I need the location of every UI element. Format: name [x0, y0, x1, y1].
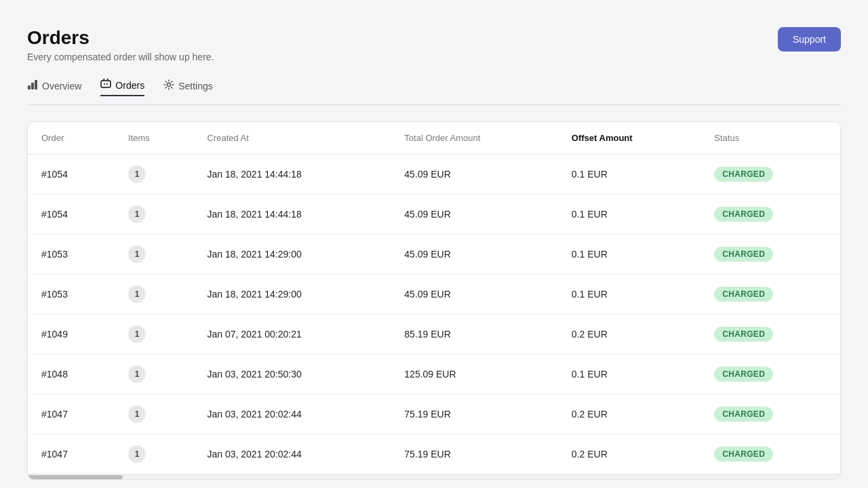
- cell-items-2: 1: [115, 235, 193, 274]
- svg-point-4: [104, 83, 105, 85]
- cell-status-7: CHARGED: [701, 434, 840, 474]
- cell-order-4: #1049: [28, 314, 115, 354]
- cell-total-2: 45.09 EUR: [391, 235, 558, 274]
- cell-offset-7: 0.2 EUR: [558, 434, 701, 474]
- cell-created-7: Jan 03, 2021 20:02:44: [193, 434, 391, 474]
- cell-order-1: #1054: [28, 195, 115, 235]
- cell-offset-1: 0.1 EUR: [558, 195, 701, 235]
- table-row: #1053 1 Jan 18, 2021 14:29:00 45.09 EUR …: [28, 235, 840, 274]
- cell-order-5: #1048: [28, 354, 115, 394]
- svg-point-6: [167, 83, 171, 87]
- cell-offset-5: 0.1 EUR: [558, 354, 701, 394]
- status-badge-2: CHARGED: [714, 247, 773, 262]
- cell-offset-2: 0.1 EUR: [558, 235, 701, 274]
- cell-order-6: #1047: [28, 394, 115, 434]
- nav-label-overview: Overview: [42, 81, 81, 92]
- cell-order-3: #1053: [28, 274, 115, 314]
- cell-offset-6: 0.2 EUR: [558, 394, 701, 434]
- col-header-order: Order: [28, 122, 115, 155]
- table-header-row: Order Items Created At Total Order Amoun…: [28, 122, 840, 155]
- cell-created-1: Jan 18, 2021 14:44:18: [193, 195, 391, 235]
- nav-item-orders[interactable]: Orders: [100, 79, 144, 96]
- cell-total-1: 45.09 EUR: [391, 195, 558, 235]
- status-badge-4: CHARGED: [714, 327, 773, 342]
- col-header-total: Total Order Amount: [391, 122, 558, 155]
- items-badge-4: 1: [128, 325, 146, 343]
- cell-order-2: #1053: [28, 235, 115, 274]
- status-badge-7: CHARGED: [714, 447, 773, 462]
- cell-order-7: #1047: [28, 434, 115, 474]
- cell-total-6: 75.19 EUR: [391, 394, 558, 434]
- cell-items-4: 1: [115, 314, 193, 354]
- items-badge-7: 1: [128, 445, 146, 463]
- status-badge-6: CHARGED: [714, 407, 773, 422]
- orders-icon: [100, 79, 111, 92]
- items-badge-1: 1: [128, 205, 146, 223]
- cell-status-2: CHARGED: [701, 235, 840, 274]
- orders-table: Order Items Created At Total Order Amoun…: [28, 122, 840, 474]
- svg-rect-2: [35, 80, 37, 89]
- cell-created-6: Jan 03, 2021 20:02:44: [193, 394, 391, 434]
- items-badge-6: 1: [128, 405, 146, 423]
- svg-rect-0: [28, 85, 31, 89]
- table-row: #1047 1 Jan 03, 2021 20:02:44 75.19 EUR …: [28, 394, 840, 434]
- cell-total-5: 125.09 EUR: [391, 354, 558, 394]
- nav-item-overview[interactable]: Overview: [27, 79, 81, 96]
- cell-total-7: 75.19 EUR: [391, 434, 558, 474]
- cell-created-0: Jan 18, 2021 14:44:18: [193, 155, 391, 195]
- items-badge-3: 1: [128, 285, 146, 303]
- nav-label-settings: Settings: [178, 81, 213, 92]
- status-badge-0: CHARGED: [714, 167, 773, 182]
- cell-status-4: CHARGED: [701, 314, 840, 354]
- title-section: Orders Every compensated order will show…: [27, 27, 214, 62]
- svg-point-5: [106, 83, 108, 85]
- table-row: #1053 1 Jan 18, 2021 14:29:00 45.09 EUR …: [28, 274, 840, 314]
- cell-status-0: CHARGED: [701, 155, 840, 195]
- svg-rect-1: [31, 83, 34, 89]
- cell-items-0: 1: [115, 155, 193, 195]
- items-badge-0: 1: [128, 165, 146, 183]
- cell-status-6: CHARGED: [701, 394, 840, 434]
- settings-icon: [163, 79, 174, 93]
- cell-total-0: 45.09 EUR: [391, 155, 558, 195]
- status-badge-5: CHARGED: [714, 367, 773, 382]
- status-badge-1: CHARGED: [714, 207, 773, 222]
- page-subtitle: Every compensated order will show up her…: [27, 52, 214, 62]
- svg-rect-3: [101, 81, 111, 87]
- col-header-status: Status: [701, 122, 840, 155]
- cell-offset-3: 0.1 EUR: [558, 274, 701, 314]
- orders-table-container: Order Items Created At Total Order Amoun…: [27, 121, 841, 480]
- cell-status-1: CHARGED: [701, 195, 840, 235]
- nav-item-settings[interactable]: Settings: [163, 79, 213, 96]
- support-button[interactable]: Support: [778, 27, 841, 52]
- cell-created-5: Jan 03, 2021 20:50:30: [193, 354, 391, 394]
- col-header-offset: Offset Amount: [558, 122, 701, 155]
- cell-total-3: 45.09 EUR: [391, 274, 558, 314]
- cell-items-6: 1: [115, 394, 193, 434]
- cell-items-7: 1: [115, 434, 193, 474]
- col-header-created-at: Created At: [193, 122, 391, 155]
- cell-status-3: CHARGED: [701, 274, 840, 314]
- table-row: #1054 1 Jan 18, 2021 14:44:18 45.09 EUR …: [28, 155, 840, 195]
- table-row: #1054 1 Jan 18, 2021 14:44:18 45.09 EUR …: [28, 195, 840, 235]
- cell-created-4: Jan 07, 2021 00:20:21: [193, 314, 391, 354]
- cell-total-4: 85.19 EUR: [391, 314, 558, 354]
- items-badge-5: 1: [128, 365, 146, 383]
- nav-bar: Overview Orders Settings: [27, 79, 841, 105]
- items-badge-2: 1: [128, 245, 146, 263]
- nav-label-orders: Orders: [115, 80, 144, 91]
- cell-order-0: #1054: [28, 155, 115, 195]
- scrollbar-thumb: [28, 475, 123, 479]
- cell-items-3: 1: [115, 274, 193, 314]
- cell-offset-4: 0.2 EUR: [558, 314, 701, 354]
- table-row: #1048 1 Jan 03, 2021 20:50:30 125.09 EUR…: [28, 354, 840, 394]
- status-badge-3: CHARGED: [714, 287, 773, 302]
- cell-items-5: 1: [115, 354, 193, 394]
- col-header-items: Items: [115, 122, 193, 155]
- cell-created-3: Jan 18, 2021 14:29:00: [193, 274, 391, 314]
- cell-items-1: 1: [115, 195, 193, 235]
- overview-icon: [27, 79, 38, 93]
- table-row: #1049 1 Jan 07, 2021 00:20:21 85.19 EUR …: [28, 314, 840, 354]
- page-title: Orders: [27, 27, 214, 49]
- scrollbar[interactable]: [28, 474, 840, 479]
